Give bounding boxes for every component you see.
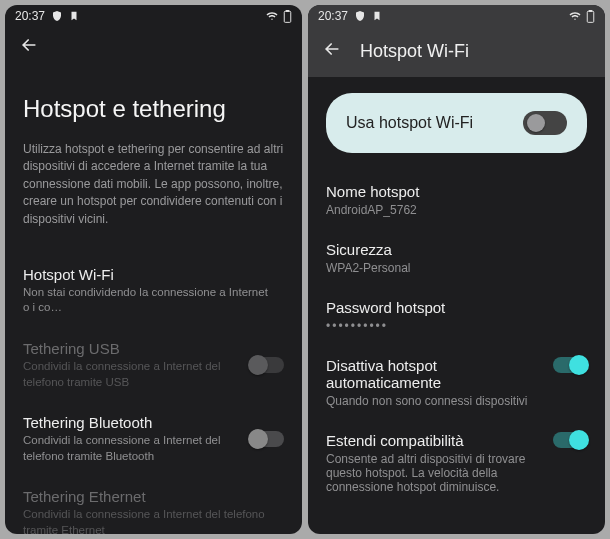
back-icon[interactable] xyxy=(322,39,342,63)
setting-subtitle: Condividi la connessione a Internet del … xyxy=(23,433,240,464)
phone-right: 20:37 Hotspot Wi-Fi Usa hotspot Wi-Fi xyxy=(308,5,605,534)
row-hotspot-name[interactable]: Nome hotspot AndroidAP_5762 xyxy=(326,173,587,231)
card-title: Usa hotspot Wi-Fi xyxy=(346,114,523,132)
row-password[interactable]: Password hotspot •••••••••• xyxy=(326,289,587,347)
svg-rect-0 xyxy=(284,11,291,22)
battery-icon xyxy=(283,10,292,23)
row-title: Password hotspot xyxy=(326,299,587,316)
content-left: Hotspot e tethering Utilizza hotspot e t… xyxy=(5,65,302,534)
setting-subtitle: Condividi la connessione a Internet del … xyxy=(23,507,274,534)
svg-rect-2 xyxy=(587,11,594,22)
page-title: Hotspot e tethering xyxy=(23,95,284,123)
app-bar-title: Hotspot Wi-Fi xyxy=(360,41,469,62)
row-sub: •••••••••• xyxy=(326,319,587,333)
setting-hotspot-wifi[interactable]: Hotspot Wi-Fi Non stai condividendo la c… xyxy=(23,254,284,328)
toggle-usb xyxy=(250,357,284,373)
row-extend-compat[interactable]: Estendi compatibilità Consente ad altri … xyxy=(326,422,587,508)
status-time: 20:37 xyxy=(318,9,348,23)
status-bar: 20:37 xyxy=(5,5,302,25)
row-title: Nome hotspot xyxy=(326,183,587,200)
setting-subtitle: Condividi la connessione a Internet del … xyxy=(23,359,240,390)
app-bar: Hotspot Wi-Fi xyxy=(308,25,605,77)
phone-left: 20:37 Hotspot e tethering Utilizza hotsp… xyxy=(5,5,302,534)
toggle-bluetooth[interactable] xyxy=(250,431,284,447)
row-title: Sicurezza xyxy=(326,241,587,258)
battery-icon xyxy=(586,10,595,23)
toggle-auto-off[interactable] xyxy=(553,357,587,373)
wifi-icon xyxy=(568,10,582,22)
setting-title: Tethering USB xyxy=(23,340,240,357)
row-security[interactable]: Sicurezza WPA2-Personal xyxy=(326,231,587,289)
row-sub: AndroidAP_5762 xyxy=(326,203,587,217)
svg-rect-3 xyxy=(589,10,592,11)
status-bar: 20:37 xyxy=(308,5,605,25)
shield-icon xyxy=(51,10,63,22)
setting-tethering-usb: Tethering USB Condividi la connessione a… xyxy=(23,328,284,402)
toggle-master[interactable] xyxy=(523,111,567,135)
row-title: Disattiva hotspot automaticamente xyxy=(326,357,543,391)
page-description: Utilizza hotspot e tethering per consent… xyxy=(23,141,284,228)
bookmark-icon xyxy=(372,10,382,22)
setting-title: Tethering Ethernet xyxy=(23,488,274,505)
content-right: Usa hotspot Wi-Fi Nome hotspot AndroidAP… xyxy=(308,77,605,534)
setting-tethering-bluetooth[interactable]: Tethering Bluetooth Condividi la conness… xyxy=(23,402,284,476)
bookmark-icon xyxy=(69,10,79,22)
shield-icon xyxy=(354,10,366,22)
svg-rect-1 xyxy=(286,10,289,11)
row-sub: WPA2-Personal xyxy=(326,261,587,275)
back-icon[interactable] xyxy=(19,35,39,59)
row-title: Estendi compatibilità xyxy=(326,432,543,449)
setting-title: Hotspot Wi-Fi xyxy=(23,266,274,283)
row-sub: Quando non sono connessi dispositivi xyxy=(326,394,543,408)
status-time: 20:37 xyxy=(15,9,45,23)
row-auto-off[interactable]: Disattiva hotspot automaticamente Quando… xyxy=(326,347,587,422)
setting-subtitle: Non stai condividendo la connessione a I… xyxy=(23,285,274,316)
hotspot-master-card[interactable]: Usa hotspot Wi-Fi xyxy=(326,93,587,153)
wifi-icon xyxy=(265,10,279,22)
app-bar xyxy=(5,25,302,65)
setting-title: Tethering Bluetooth xyxy=(23,414,240,431)
row-sub: Consente ad altri dispositivi di trovare… xyxy=(326,452,543,494)
setting-tethering-ethernet: Tethering Ethernet Condividi la connessi… xyxy=(23,476,284,534)
toggle-extend-compat[interactable] xyxy=(553,432,587,448)
